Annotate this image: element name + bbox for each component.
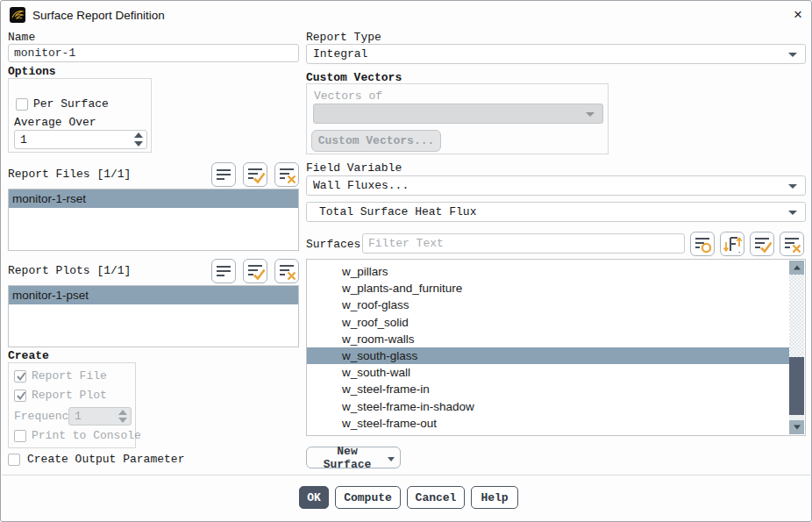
fluent-logo-icon: [10, 7, 25, 23]
custom-vectors-groupbox: Vectors of Custom Vectors...: [306, 83, 609, 154]
deselect-all-x-icon[interactable]: [274, 259, 299, 283]
create-output-parameter-label: Create Output Parameter: [27, 453, 184, 467]
list-item[interactable]: w_south-glass: [307, 347, 789, 364]
close-icon[interactable]: ×: [789, 6, 807, 24]
chevron-down-icon: [788, 184, 797, 189]
frequency-spinner: 1: [68, 407, 132, 425]
report-plot-checkbox[interactable]: [14, 390, 26, 402]
select-all-check-icon[interactable]: [243, 259, 267, 283]
vectors-of-label: Vectors of: [314, 89, 382, 104]
average-over-value: 1: [20, 133, 27, 147]
report-files-label: Report Files [1/1]: [8, 168, 131, 182]
lines-icon[interactable]: [211, 259, 236, 283]
select-all-check-icon[interactable]: [750, 232, 774, 256]
new-surface-button[interactable]: New Surface: [306, 447, 401, 468]
highlight-circle-icon[interactable]: [690, 232, 715, 256]
help-button[interactable]: Help: [471, 486, 518, 509]
create-groupbox: Report File Report Plot Frequency 1 Prin…: [8, 362, 136, 448]
report-files-list[interactable]: monitor-1-rset: [8, 189, 299, 251]
report-file-label: Report File: [32, 369, 107, 383]
vectors-of-select: [313, 104, 603, 124]
deselect-all-x-icon[interactable]: [780, 232, 804, 256]
field-variable-select[interactable]: Total Surface Heat Flux: [306, 202, 806, 222]
create-group-label: Create: [8, 349, 49, 363]
ok-button[interactable]: OK: [299, 486, 329, 509]
select-all-check-icon[interactable]: [243, 162, 267, 187]
list-item[interactable]: w_steel-frame-in: [307, 381, 789, 397]
list-item[interactable]: w_steel-frame-out-ends: [307, 432, 789, 435]
name-label: Name: [8, 31, 35, 45]
per-surface-label: Per Surface: [33, 97, 109, 111]
list-item[interactable]: w_roof_solid: [307, 314, 789, 331]
chevron-down-icon: [788, 53, 797, 57]
spinner-arrows-icon[interactable]: [134, 132, 143, 147]
average-over-spinner[interactable]: 1: [14, 130, 147, 149]
sort-arrows-icon[interactable]: [720, 232, 744, 256]
report-type-select[interactable]: Integral: [306, 44, 806, 64]
report-file-checkbox[interactable]: [14, 370, 26, 383]
lines-icon[interactable]: [211, 162, 236, 187]
surfaces-scrollbar[interactable]: [789, 261, 804, 434]
list-item[interactable]: w_roof-glass: [307, 297, 789, 313]
report-type-label: Report Type: [306, 31, 381, 45]
name-input[interactable]: [8, 44, 299, 62]
scroll-down-button[interactable]: [789, 420, 804, 434]
chevron-down-icon: [586, 112, 595, 117]
list-item[interactable]: w_plants-and_furniture: [307, 280, 789, 297]
footer-divider: [2, 475, 810, 476]
list-item[interactable]: w_steel-frame-in-shadow: [307, 398, 789, 415]
field-variable-category-select[interactable]: Wall Fluxes...: [306, 175, 806, 196]
chevron-down-icon: [788, 211, 797, 215]
per-surface-checkbox[interactable]: [16, 98, 28, 111]
list-item[interactable]: w_pillars: [307, 263, 789, 280]
print-to-console-checkbox: [14, 430, 26, 442]
options-groupbox: Per Surface Average Over 1: [8, 78, 152, 153]
list-item[interactable]: w_room-walls: [307, 331, 789, 347]
frequency-label: Frequency: [14, 410, 75, 424]
report-plots-label: Report Plots [1/1]: [8, 264, 131, 278]
surfaces-list[interactable]: w_pillarsw_plants-and_furniturew_roof-gl…: [306, 259, 806, 436]
surfaces-label: Surfaces: [306, 238, 360, 252]
scrollbar-thumb[interactable]: [789, 357, 804, 415]
field-variable-label: Field Variable: [306, 161, 402, 175]
compute-button[interactable]: Compute: [335, 486, 401, 509]
spinner-arrows-icon: [118, 410, 127, 423]
report-plot-label: Report Plot: [32, 389, 107, 403]
custom-vectors-button: Custom Vectors...: [311, 130, 441, 152]
print-to-console-label: Print to Console: [32, 429, 141, 443]
frequency-value: 1: [75, 410, 82, 423]
surface-report-definition-dialog: Surface Report Definition × Name Options…: [0, 0, 812, 522]
create-output-parameter-checkbox[interactable]: [8, 454, 20, 466]
list-item[interactable]: monitor-1-rset: [9, 189, 298, 208]
cancel-button[interactable]: Cancel: [407, 486, 465, 509]
window-title: Surface Report Definition: [32, 8, 165, 24]
average-over-label: Average Over: [14, 116, 96, 130]
list-item[interactable]: w_south-wall: [307, 364, 789, 381]
list-item[interactable]: monitor-1-pset: [9, 286, 298, 304]
deselect-all-x-icon[interactable]: [274, 162, 299, 187]
options-group-label: Options: [8, 65, 56, 79]
surfaces-filter-input[interactable]: [362, 233, 685, 254]
scroll-up-button[interactable]: [789, 261, 804, 275]
chevron-down-icon: [388, 457, 395, 461]
report-plots-list[interactable]: monitor-1-pset: [8, 285, 299, 347]
list-item[interactable]: w_steel-frame-out: [307, 415, 789, 432]
